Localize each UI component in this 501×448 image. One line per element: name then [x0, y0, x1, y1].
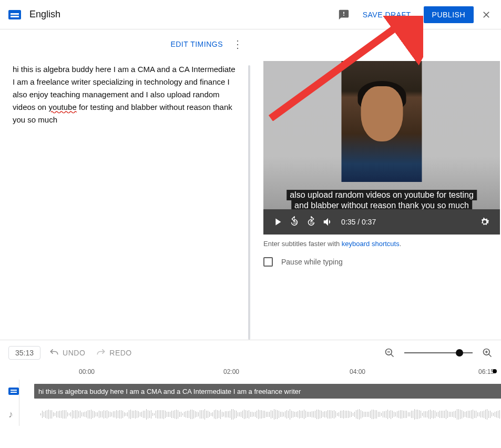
svg-text:10: 10 — [310, 221, 314, 225]
pause-while-typing-row: Pause while typing — [263, 253, 500, 271]
language-title: English — [29, 9, 331, 20]
preview-panel: also upload random videos on youtube for… — [250, 29, 501, 340]
timecode-input[interactable]: 35:13 — [8, 346, 40, 360]
shortcuts-hint: Enter subtitles faster with keyboard sho… — [263, 235, 500, 253]
main-content: EDIT TIMINGS ⋮ hi this is algebra buddy … — [0, 29, 501, 340]
video-player[interactable]: also upload random videos on youtube for… — [263, 61, 500, 235]
waveform-track[interactable] — [19, 403, 501, 426]
publish-button[interactable]: PUBLISH — [424, 6, 474, 23]
captions-icon — [8, 10, 21, 19]
track-icon-column: ♪ — [0, 380, 19, 426]
feedback-icon[interactable] — [338, 8, 350, 21]
undo-button[interactable]: UNDO — [49, 348, 85, 358]
transcript-input[interactable]: hi this is algebra buddy here I am a CMA… — [0, 59, 250, 130]
top-header: English SAVE DRAFT PUBLISH — [0, 0, 501, 29]
svg-line-3 — [391, 354, 394, 357]
timeline-end-marker — [493, 369, 497, 373]
transcript-toolbar: EDIT TIMINGS ⋮ — [0, 29, 250, 59]
play-icon[interactable] — [270, 214, 285, 230]
panel-resize-handle[interactable] — [248, 65, 250, 340]
keyboard-shortcuts-link[interactable]: keyboard shortcuts — [342, 240, 400, 248]
transcript-panel: EDIT TIMINGS ⋮ hi this is algebra buddy … — [0, 29, 250, 340]
rewind-10-icon[interactable]: 10 — [287, 214, 302, 230]
save-draft-button[interactable]: SAVE DRAFT — [356, 6, 417, 23]
zoom-slider[interactable] — [404, 352, 473, 353]
pause-label: Pause while typing — [281, 258, 343, 266]
zoom-in-icon[interactable] — [482, 348, 493, 358]
close-icon[interactable] — [480, 8, 493, 21]
forward-10-icon[interactable]: 10 — [303, 214, 319, 230]
timeline-area: 00:00 02:00 04:00 06:15 ♪ hi this is alg… — [0, 365, 501, 444]
svg-text:10: 10 — [293, 221, 297, 225]
edit-timings-button[interactable]: EDIT TIMINGS — [164, 36, 229, 53]
timeline-toolbar: 35:13 UNDO REDO — [0, 340, 501, 365]
caption-overlay: also upload random videos on youtube for… — [287, 190, 477, 211]
captions-track-icon — [8, 388, 19, 395]
volume-icon[interactable] — [320, 214, 336, 230]
video-controls: 10 10 0:35 / 0:37 — [263, 209, 500, 235]
video-frame — [342, 61, 422, 182]
settings-icon[interactable] — [477, 214, 493, 230]
subtitle-block[interactable]: hi this is algebra buddy here I am a CMA… — [34, 384, 501, 399]
time-ruler[interactable]: 00:00 02:00 04:00 06:15 — [0, 365, 501, 380]
more-options-icon[interactable]: ⋮ — [231, 38, 244, 50]
redo-button[interactable]: REDO — [96, 348, 131, 358]
svg-line-6 — [489, 354, 492, 357]
zoom-out-icon[interactable] — [384, 348, 395, 358]
audio-track-icon: ♪ — [8, 409, 13, 420]
video-time-display: 0:35 / 0:37 — [341, 218, 376, 226]
pause-checkbox[interactable] — [263, 257, 273, 267]
